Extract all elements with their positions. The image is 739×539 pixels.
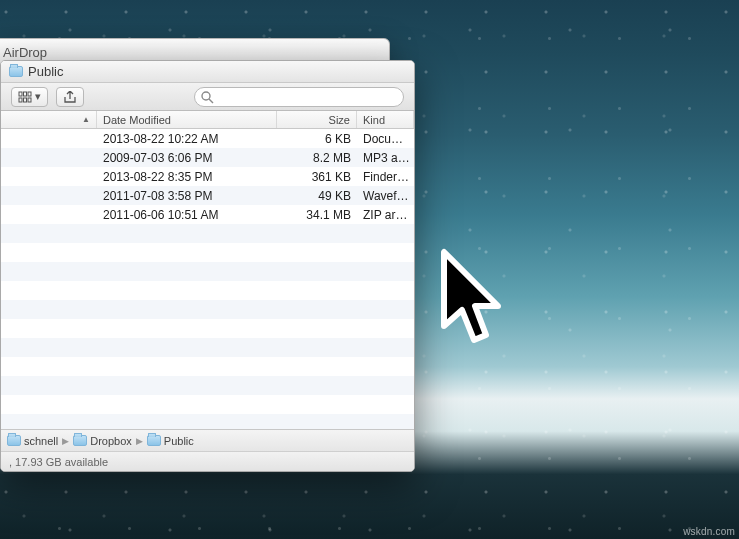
- column-header-kind[interactable]: Kind: [357, 111, 414, 128]
- cell-date: 2011-06-06 10:51 AM: [97, 208, 277, 222]
- path-item[interactable]: Public: [147, 435, 194, 447]
- cell-size: 49 KB: [277, 189, 357, 203]
- column-header-row: ▲ Date Modified Size Kind: [1, 111, 414, 129]
- status-bar: , 17.93 GB available: [1, 451, 414, 471]
- cell-kind: Finder…: [357, 170, 414, 184]
- table-row[interactable]: 2009-07-03 6:06 PM8.2 MBMP3 a…: [1, 148, 414, 167]
- svg-line-7: [209, 99, 213, 103]
- cell-date: 2013-08-22 10:22 AM: [97, 132, 277, 146]
- svg-point-6: [202, 92, 210, 100]
- empty-row: [1, 376, 414, 395]
- path-item[interactable]: schnell: [7, 435, 58, 447]
- toolbar: ▾: [1, 83, 414, 111]
- empty-row: [1, 281, 414, 300]
- cursor-icon: [438, 248, 510, 356]
- share-button[interactable]: [56, 87, 84, 107]
- svg-rect-4: [24, 98, 27, 102]
- svg-rect-1: [24, 92, 27, 96]
- folder-icon: [9, 66, 23, 77]
- empty-row: [1, 319, 414, 338]
- folder-icon: [7, 435, 21, 446]
- empty-row: [1, 395, 414, 414]
- icon-grid-icon: [18, 91, 32, 103]
- cell-kind: ZIP ar…: [357, 208, 414, 222]
- column-header-size[interactable]: Size: [277, 111, 357, 128]
- search-input[interactable]: [217, 90, 395, 104]
- cell-size: 361 KB: [277, 170, 357, 184]
- status-text: , 17.93 GB available: [9, 456, 108, 468]
- share-icon: [63, 91, 77, 103]
- svg-rect-2: [28, 92, 31, 96]
- empty-row: [1, 338, 414, 357]
- table-row[interactable]: 2011-06-06 10:51 AM34.1 MBZIP ar…: [1, 205, 414, 224]
- empty-row: [1, 243, 414, 262]
- cell-kind: Wavef…: [357, 189, 414, 203]
- path-item[interactable]: Dropbox: [73, 435, 132, 447]
- table-row[interactable]: 2013-08-22 8:35 PM361 KBFinder…: [1, 167, 414, 186]
- cell-date: 2013-08-22 8:35 PM: [97, 170, 277, 184]
- empty-row: [1, 300, 414, 319]
- finder-window: Public ▾ ▲: [0, 60, 415, 472]
- file-list: 2013-08-22 10:22 AM6 KBDocu…2009-07-03 6…: [1, 129, 414, 429]
- watermark-text: wskdn.com: [683, 526, 735, 537]
- sort-ascending-icon: ▲: [82, 115, 90, 124]
- table-row[interactable]: 2011-07-08 3:58 PM49 KBWavef…: [1, 186, 414, 205]
- cell-kind: Docu…: [357, 132, 414, 146]
- search-field[interactable]: [194, 87, 404, 107]
- empty-row: [1, 224, 414, 243]
- cell-size: 6 KB: [277, 132, 357, 146]
- path-item-label: Dropbox: [90, 435, 132, 447]
- path-item-label: schnell: [24, 435, 58, 447]
- svg-rect-0: [19, 92, 22, 96]
- path-bar: schnell▶Dropbox▶Public: [1, 429, 414, 451]
- empty-row: [1, 357, 414, 376]
- table-row[interactable]: 2013-08-22 10:22 AM6 KBDocu…: [1, 129, 414, 148]
- path-separator-icon: ▶: [62, 436, 69, 446]
- folder-icon: [147, 435, 161, 446]
- svg-rect-5: [28, 98, 31, 102]
- empty-row: [1, 414, 414, 429]
- path-item-label: Public: [164, 435, 194, 447]
- cell-size: 8.2 MB: [277, 151, 357, 165]
- column-header-date[interactable]: Date Modified: [97, 111, 277, 128]
- view-mode-button[interactable]: ▾: [11, 87, 48, 107]
- svg-rect-3: [19, 98, 22, 102]
- search-icon: [201, 91, 214, 104]
- cell-date: 2011-07-08 3:58 PM: [97, 189, 277, 203]
- cell-kind: MP3 a…: [357, 151, 414, 165]
- folder-icon: [73, 435, 87, 446]
- empty-row: [1, 262, 414, 281]
- chevron-down-icon: ▾: [35, 90, 41, 103]
- window-titlebar[interactable]: Public: [1, 61, 414, 83]
- window-title: Public: [28, 64, 63, 79]
- path-separator-icon: ▶: [136, 436, 143, 446]
- cell-size: 34.1 MB: [277, 208, 357, 222]
- column-header-name[interactable]: ▲: [1, 111, 97, 128]
- cell-date: 2009-07-03 6:06 PM: [97, 151, 277, 165]
- background-window-title: AirDrop: [3, 45, 47, 60]
